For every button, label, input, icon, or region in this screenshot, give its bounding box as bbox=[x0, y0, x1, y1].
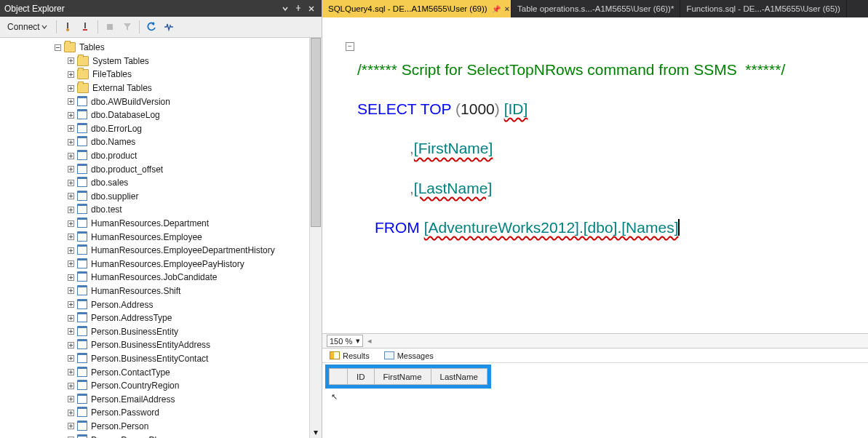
tree-node-table[interactable]: HumanResources.JobCandidate bbox=[0, 271, 322, 284]
tree-node-table[interactable]: dbo.test bbox=[0, 203, 322, 217]
tree-node-table[interactable]: dbo.Names bbox=[0, 135, 322, 149]
expand-icon[interactable] bbox=[65, 83, 76, 93]
collapse-icon[interactable]: ◂ bbox=[367, 336, 372, 346]
expand-icon[interactable] bbox=[65, 97, 76, 107]
tree-node-table[interactable]: dbo.sales bbox=[0, 176, 322, 190]
zoom-select[interactable]: 150 % ▾ bbox=[327, 335, 363, 347]
tree-node-table[interactable]: Person.Address bbox=[0, 298, 322, 311]
tree-node-folder[interactable]: System Tables bbox=[0, 55, 322, 68]
close-icon[interactable]: × bbox=[505, 4, 510, 13]
tree-node-table[interactable]: Person.AddressType bbox=[0, 311, 322, 325]
tree-node-table[interactable]: dbo.ErrorLog bbox=[0, 122, 322, 136]
tree-node-table[interactable]: dbo.DatabaseLog bbox=[0, 108, 322, 122]
sql-editor[interactable]: − /****** Script for SelectTopNRows comm… bbox=[322, 17, 868, 333]
expand-icon[interactable] bbox=[65, 435, 76, 438]
tree-scrollbar[interactable]: ▴ ▾ bbox=[309, 38, 322, 438]
stop-icon[interactable] bbox=[103, 20, 117, 34]
table-icon bbox=[77, 354, 87, 363]
tab-sqlquery4[interactable]: SQLQuery4.sql - DE...A1M5655\User (69)) … bbox=[322, 0, 511, 17]
tree-node-folder[interactable]: FileTables bbox=[0, 68, 322, 81]
expand-icon[interactable] bbox=[65, 286, 76, 296]
tree-node-table[interactable]: HumanResources.EmployeePayHistory bbox=[0, 258, 322, 271]
tree-node-table[interactable]: HumanResources.Department bbox=[0, 217, 322, 231]
tree-node-table[interactable]: Person.BusinessEntity bbox=[0, 324, 322, 338]
expand-icon[interactable] bbox=[65, 313, 76, 323]
tree-node-table[interactable]: HumanResources.Shift bbox=[0, 284, 322, 298]
results-tab[interactable]: Results bbox=[327, 349, 373, 362]
tree-node-table[interactable]: dbo.AWBuildVersion bbox=[0, 95, 322, 108]
tree-node-folder[interactable]: External Tables bbox=[0, 81, 322, 95]
messages-label: Messages bbox=[397, 351, 434, 360]
tree-node-table[interactable]: Person.PersonPhone bbox=[0, 433, 322, 438]
expand-icon[interactable] bbox=[65, 340, 76, 350]
tree-label: Person.ContactType bbox=[91, 367, 170, 378]
expand-icon[interactable] bbox=[65, 218, 76, 228]
expand-icon[interactable] bbox=[65, 245, 76, 255]
expand-icon[interactable] bbox=[65, 381, 76, 391]
tree-node-table[interactable]: dbo.product_offset bbox=[0, 162, 322, 176]
tree-node-table[interactable]: dbo.product bbox=[0, 149, 322, 163]
table-icon bbox=[77, 341, 87, 349]
table-icon bbox=[77, 138, 87, 146]
col-header-firstname[interactable]: FirstName bbox=[374, 369, 431, 385]
activity-icon[interactable] bbox=[162, 20, 176, 34]
tree-label: HumanResources.Shift bbox=[91, 286, 180, 296]
connect-button[interactable]: Connect bbox=[4, 20, 52, 33]
outline-collapse-icon[interactable]: − bbox=[346, 42, 354, 51]
tab-table-operations[interactable]: Table operations.s...-A1M5655\User (66))… bbox=[511, 0, 680, 17]
pin-icon[interactable]: 📌 bbox=[492, 5, 501, 13]
refresh-icon[interactable] bbox=[144, 20, 159, 34]
expand-icon[interactable] bbox=[65, 259, 76, 269]
expand-icon[interactable] bbox=[65, 204, 76, 215]
tree-node-tables[interactable]: Tables bbox=[0, 41, 322, 55]
expand-icon[interactable] bbox=[65, 151, 76, 161]
connect-server-icon[interactable] bbox=[61, 20, 76, 34]
expand-icon[interactable] bbox=[65, 421, 76, 431]
expand-icon[interactable] bbox=[65, 56, 76, 66]
expand-icon[interactable] bbox=[65, 69, 76, 79]
tree-node-table[interactable]: Person.CountryRegion bbox=[0, 379, 322, 393]
results-grid[interactable]: ID FirstName LastName bbox=[329, 368, 487, 385]
expand-icon[interactable] bbox=[65, 232, 76, 242]
svg-rect-3 bbox=[107, 24, 113, 30]
filter-icon[interactable] bbox=[120, 20, 135, 34]
tree-node-table[interactable]: Person.BusinessEntityAddress bbox=[0, 338, 322, 352]
col-header-id[interactable]: ID bbox=[348, 369, 375, 385]
expand-icon[interactable] bbox=[65, 164, 76, 175]
expand-icon[interactable] bbox=[65, 272, 76, 282]
expand-icon[interactable] bbox=[65, 178, 76, 188]
expand-icon[interactable] bbox=[65, 124, 76, 134]
expand-icon[interactable] bbox=[65, 191, 76, 202]
tree-node-table[interactable]: Person.EmailAddress bbox=[0, 392, 322, 406]
explorer-title-bar[interactable]: Object Explorer bbox=[0, 0, 322, 17]
row-header-blank[interactable] bbox=[330, 369, 348, 385]
col-header-lastname[interactable]: LastName bbox=[431, 369, 487, 385]
disconnect-server-icon[interactable] bbox=[79, 20, 93, 34]
tree-node-table[interactable]: HumanResources.Employee bbox=[0, 230, 322, 244]
tree-node-table[interactable]: dbo.supplier bbox=[0, 190, 322, 204]
dropdown-icon[interactable] bbox=[279, 3, 291, 15]
zoom-bar: 150 % ▾ ◂ bbox=[322, 333, 868, 348]
tab-functions[interactable]: Functions.sql - DE...-A1M5655\User (65)) bbox=[680, 0, 847, 17]
expand-icon[interactable] bbox=[65, 110, 76, 120]
expand-icon[interactable] bbox=[65, 407, 76, 418]
messages-tab[interactable]: Messages bbox=[381, 349, 437, 362]
tree-node-table[interactable]: Person.Person bbox=[0, 420, 322, 434]
tree-view[interactable]: Tables System Tables FileTables External… bbox=[0, 38, 322, 438]
tree-node-table[interactable]: Person.ContactType bbox=[0, 365, 322, 379]
tree-node-table[interactable]: HumanResources.EmployeeDepartmentHistory bbox=[0, 244, 322, 258]
document-tab-strip: SQLQuery4.sql - DE...A1M5655\User (69)) … bbox=[322, 0, 868, 17]
scroll-thumb[interactable] bbox=[311, 38, 321, 227]
collapse-icon[interactable] bbox=[52, 42, 63, 52]
tree-node-table[interactable]: Person.Password bbox=[0, 406, 322, 420]
expand-icon[interactable] bbox=[65, 327, 76, 337]
expand-icon[interactable] bbox=[65, 394, 76, 405]
close-icon[interactable] bbox=[306, 3, 317, 15]
expand-icon[interactable] bbox=[65, 137, 76, 147]
tree-node-table[interactable]: Person.BusinessEntityContact bbox=[0, 352, 322, 366]
pin-icon[interactable] bbox=[292, 3, 304, 15]
scroll-down-icon[interactable]: ▾ bbox=[310, 426, 322, 438]
expand-icon[interactable] bbox=[65, 300, 76, 310]
expand-icon[interactable] bbox=[65, 354, 76, 364]
expand-icon[interactable] bbox=[65, 367, 76, 378]
